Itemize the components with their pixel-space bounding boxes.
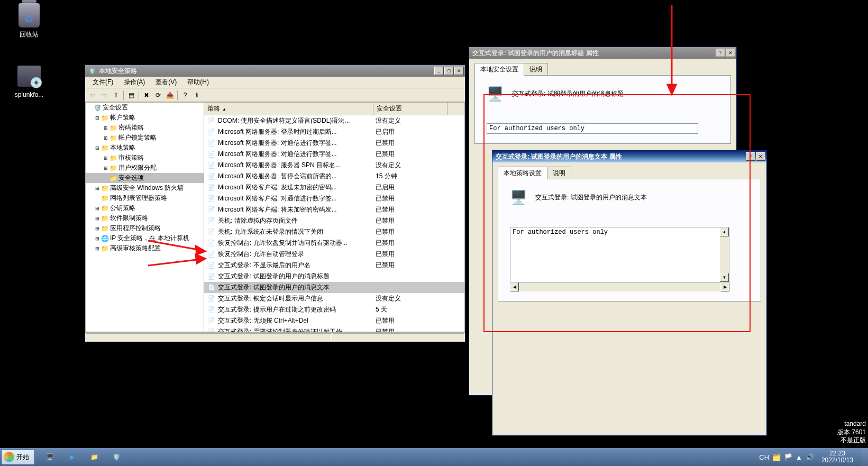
tab-explain[interactable]: 说明 bbox=[547, 167, 571, 179]
shield-icon: 🛡️ bbox=[88, 67, 97, 75]
policy-setting bbox=[372, 271, 446, 281]
info-button[interactable]: ℹ bbox=[191, 90, 202, 100]
show-desktop-button[interactable] bbox=[862, 448, 868, 466]
tray-expand-icon[interactable]: ▲ bbox=[796, 453, 802, 461]
svg-line-2 bbox=[148, 241, 201, 250]
server-icon: 🖥️ bbox=[487, 85, 504, 102]
desktop-label: splunkfo... bbox=[11, 91, 48, 98]
list-row[interactable]: 📄Microsoft 网络客户端: 将未加密的密码发...已禁用 bbox=[204, 204, 464, 215]
tree-root[interactable]: 🛡️安全设置 bbox=[86, 103, 204, 113]
policy-icon: 📄 bbox=[207, 229, 216, 235]
taskbar-secpol[interactable]: 🛡️ bbox=[106, 449, 127, 465]
properties-button[interactable]: ▤ bbox=[126, 90, 136, 100]
toolbar-separator bbox=[123, 90, 124, 100]
help-button[interactable]: ? bbox=[746, 152, 755, 161]
tree-srp[interactable]: ⊞📁软件限制策略 bbox=[86, 213, 204, 223]
taskbar-explorer[interactable]: 📁 bbox=[84, 449, 105, 465]
tree-appctrl[interactable]: ⊞📁应用程序控制策略 bbox=[86, 223, 204, 233]
tab-explain[interactable]: 说明 bbox=[524, 63, 548, 75]
tree-nlm[interactable]: 📁网络列表管理器策略 bbox=[86, 193, 204, 203]
refresh-button[interactable]: ⟳ bbox=[153, 90, 163, 100]
message-title-input[interactable] bbox=[487, 123, 698, 134]
folder-icon: 📁 bbox=[100, 185, 109, 192]
tab-local-policy[interactable]: 本地策略设置 bbox=[498, 167, 547, 179]
tree-security-options[interactable]: 📁安全选项 bbox=[86, 173, 204, 183]
help-button[interactable]: ? bbox=[180, 90, 190, 100]
tree-account-policies[interactable]: ⊟📁帐户策略 bbox=[86, 113, 204, 123]
menu-file[interactable]: 文件(F) bbox=[87, 77, 118, 88]
tree-local-policies[interactable]: ⊟📁本地策略 bbox=[86, 143, 204, 153]
start-button[interactable]: 开始 bbox=[1, 449, 35, 465]
scrollbar-vertical[interactable]: ▲ ▼ bbox=[720, 227, 729, 282]
policy-icon: 📄 bbox=[207, 140, 216, 147]
windows-logo-icon bbox=[4, 452, 14, 462]
taskbar-server-manager[interactable]: 🖥️ bbox=[39, 449, 60, 465]
close-button[interactable]: ✕ bbox=[454, 67, 464, 75]
toolbar-separator bbox=[139, 90, 139, 100]
titlebar[interactable]: 🛡️ 本地安全策略 _ □ ✕ bbox=[85, 65, 465, 77]
policy-name: DCOM: 使用安全描述符定义语言(SDDL)语法... bbox=[218, 116, 350, 125]
folder-icon: 📁 bbox=[100, 205, 109, 212]
action-center-icon[interactable]: 🏳️ bbox=[784, 453, 792, 461]
scroll-left-icon[interactable]: ◀ bbox=[510, 282, 519, 291]
list-row[interactable]: 📄Microsoft 网络服务器: 对通信进行数字签...已禁用 bbox=[204, 149, 464, 160]
list-row[interactable]: 📄关机: 允许系统在未登录的情况下关闭已禁用 bbox=[204, 226, 464, 237]
tab-local-security[interactable]: 本地安全设置 bbox=[474, 63, 524, 76]
prop-label: 交互式登录: 试图登录的用户的消息标题 bbox=[512, 89, 624, 98]
list-row[interactable]: 📄Microsoft 网络服务器: 服务器 SPN 目标名...没有定义 bbox=[204, 160, 464, 171]
column-setting[interactable]: 安全设置 bbox=[373, 103, 447, 115]
policy-setting bbox=[372, 282, 446, 293]
forward-button[interactable]: ⇨ bbox=[99, 90, 109, 100]
tree-wfas[interactable]: ⊞📁高级安全 Windows 防火墙 bbox=[86, 183, 204, 193]
back-button[interactable]: ⇦ bbox=[87, 90, 98, 100]
list-row[interactable]: 📄Microsoft 网络服务器: 登录时间过期后断...已启用 bbox=[204, 126, 464, 138]
menu-view[interactable]: 查看(V) bbox=[150, 77, 182, 88]
menu-action[interactable]: 操作(A) bbox=[118, 77, 150, 88]
policy-setting: 已禁用 bbox=[372, 138, 446, 148]
taskbar-powershell[interactable]: ▶ bbox=[61, 449, 83, 465]
export-button[interactable]: 📤 bbox=[165, 90, 175, 100]
folder-icon: 📁 bbox=[100, 195, 109, 202]
tree-password-policy[interactable]: ⊞📁密码策略 bbox=[86, 123, 204, 133]
scroll-down-icon[interactable]: ▼ bbox=[720, 273, 729, 282]
close-button[interactable]: ✕ bbox=[756, 152, 765, 161]
list-row[interactable]: 📄Microsoft 网络客户端: 发送未加密的密码...已启用 bbox=[204, 182, 464, 193]
delete-button[interactable]: ✖ bbox=[141, 90, 152, 100]
policy-icon: 📄 bbox=[207, 217, 216, 224]
taskbar-clock[interactable]: 22:23 2022/10/13 bbox=[817, 450, 857, 464]
titlebar[interactable]: 交互式登录: 试图登录的用户的消息文本 属性 ? ✕ bbox=[492, 151, 766, 162]
scroll-right-icon[interactable]: ▶ bbox=[720, 282, 729, 291]
ime-indicator[interactable]: CH bbox=[759, 453, 769, 461]
scrollbar-horizontal[interactable]: ◀ ▶ bbox=[510, 282, 729, 291]
list-row[interactable]: 📄DCOM: 使用安全描述符定义语言(SDDL)语法...没有定义 bbox=[204, 115, 464, 126]
policy-name: Microsoft 网络服务器: 登录时间过期后断... bbox=[218, 127, 337, 136]
list-row[interactable]: 📄关机: 清除虚拟内存页面文件已禁用 bbox=[204, 215, 464, 226]
recycle-bin-icon bbox=[16, 3, 42, 28]
list-row[interactable]: 📄Microsoft 网络客户端: 对通信进行数字签...已禁用 bbox=[204, 193, 464, 204]
policy-name: Microsoft 网络客户端: 将未加密的密码发... bbox=[218, 205, 337, 214]
volume-icon[interactable]: 🔊 bbox=[806, 453, 814, 461]
list-row[interactable]: 📄Microsoft 网络服务器: 暂停会话前所需的...15 分钟 bbox=[204, 171, 464, 182]
sort-asc-icon: ▲ bbox=[222, 107, 226, 112]
tree-user-rights[interactable]: ⊞📁用户权限分配 bbox=[86, 163, 204, 173]
tree-pubkey[interactable]: ⊞📁公钥策略 bbox=[86, 203, 204, 213]
list-row[interactable]: 📄Microsoft 网络服务器: 对通信进行数字签...已禁用 bbox=[204, 138, 464, 149]
column-policy[interactable]: 策略▲ bbox=[204, 103, 373, 115]
annotation-arrow-icon bbox=[656, 0, 815, 79]
annotation-arrow-icon bbox=[148, 253, 307, 332]
prop-label: 交互式登录: 试图登录的用户的消息文本 bbox=[535, 193, 647, 202]
maximize-button[interactable]: □ bbox=[444, 67, 454, 75]
tree-lockout-policy[interactable]: ⊞📁帐户锁定策略 bbox=[86, 133, 204, 143]
menu-help[interactable]: 帮助(H) bbox=[182, 77, 214, 88]
up-button[interactable]: ⇧ bbox=[111, 90, 121, 100]
desktop-icon-recycle-bin[interactable]: 回收站 bbox=[11, 3, 48, 39]
policy-name: Microsoft 网络服务器: 暂停会话前所需的... bbox=[218, 172, 337, 181]
message-text-textarea[interactable] bbox=[510, 227, 720, 282]
tray-folder-icon[interactable]: 🗂️ bbox=[772, 453, 781, 461]
scroll-up-icon[interactable]: ▲ bbox=[720, 227, 729, 236]
tree-audit-policy[interactable]: ⊞📁审核策略 bbox=[86, 153, 204, 163]
policy-setting: 已启用 bbox=[372, 182, 446, 193]
minimize-button[interactable]: _ bbox=[434, 67, 444, 75]
list-header: 策略▲ 安全设置 bbox=[204, 103, 464, 115]
desktop-icon-splunk[interactable]: splunkfo... bbox=[11, 63, 48, 98]
